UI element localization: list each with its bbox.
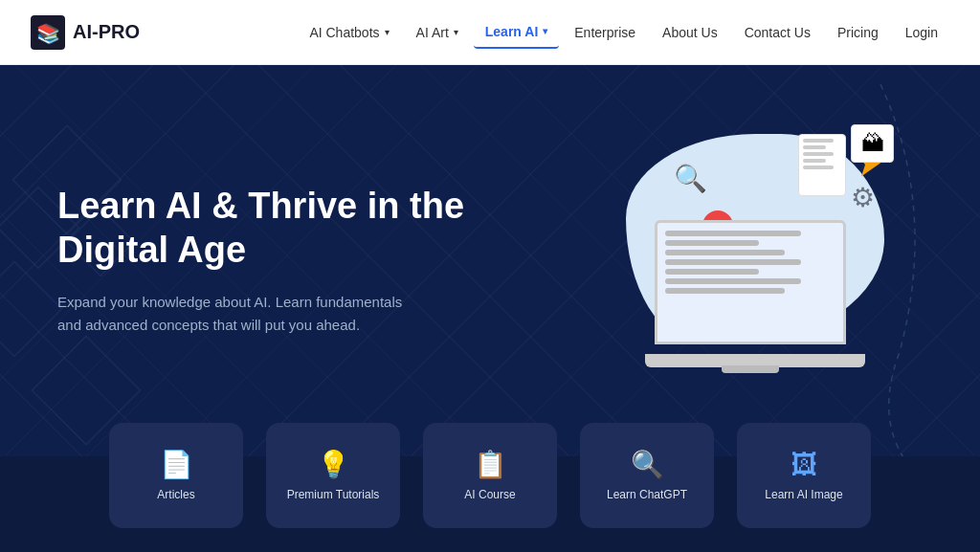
- hero-illustration: ➤ 🏔 🔍 ▶ ⚙: [616, 124, 903, 373]
- card-tutorials-label: Premium Tutorials: [287, 488, 380, 503]
- laptop-stand: [722, 365, 779, 373]
- ai-image-icon: 🖼: [791, 449, 817, 480]
- nav-item-ai-art[interactable]: AI Art ▾: [405, 17, 470, 48]
- card-tutorials[interactable]: 💡 Premium Tutorials: [266, 423, 400, 528]
- cards-section: 📄 Articles 💡 Premium Tutorials 📋 AI Cour…: [0, 456, 980, 552]
- tutorials-icon: 💡: [317, 449, 350, 480]
- nav-item-contact-us[interactable]: Contact Us: [733, 17, 822, 48]
- laptop-illustration: [635, 220, 875, 373]
- card-chatgpt[interactable]: 🔍 Learn ChatGPT: [580, 423, 714, 528]
- card-chatgpt-label: Learn ChatGPT: [607, 488, 687, 503]
- magnifier-icon: 🔍: [674, 163, 707, 194]
- card-articles-label: Articles: [157, 488, 194, 503]
- nav-links: AI Chatbots ▾ AI Art ▾ Learn AI ▾ Enterp…: [298, 16, 949, 49]
- svg-text:📚: 📚: [36, 22, 60, 45]
- hero-section: Learn AI & Thrive in the Digital Age Exp…: [0, 65, 980, 456]
- nav-item-about-us[interactable]: About Us: [651, 17, 729, 48]
- navbar: 📚 AI-PRO AI Chatbots ▾ AI Art ▾ Learn AI…: [0, 0, 980, 65]
- chatgpt-icon: 🔍: [631, 449, 664, 480]
- logo-icon: 📚: [31, 15, 65, 50]
- hero-subtitle: Expand your knowledge about AI. Learn fu…: [57, 291, 421, 337]
- card-course[interactable]: 📋 AI Course: [423, 423, 557, 528]
- card-ai-image-label: Learn AI Image: [765, 488, 842, 503]
- logo[interactable]: 📚 AI-PRO: [31, 15, 140, 50]
- card-course-label: AI Course: [464, 488, 515, 503]
- card-ai-image[interactable]: 🖼 Learn AI Image: [737, 423, 871, 528]
- image-frame-icon: 🏔: [851, 124, 894, 163]
- nav-item-ai-chatbots[interactable]: AI Chatbots ▾: [298, 17, 400, 48]
- nav-item-enterprise[interactable]: Enterprise: [563, 17, 647, 48]
- chevron-icon: ▾: [543, 26, 547, 36]
- svg-rect-5: [0, 262, 61, 357]
- nav-item-login[interactable]: Login: [894, 17, 949, 48]
- course-icon: 📋: [474, 449, 507, 480]
- laptop-screen: [655, 220, 846, 344]
- illustration-container: ➤ 🏔 🔍 ▶ ⚙: [616, 124, 903, 373]
- gear-icon: ⚙: [851, 182, 875, 213]
- chevron-icon: ▾: [454, 27, 458, 37]
- document-icon: [798, 134, 846, 196]
- card-articles[interactable]: 📄 Articles: [109, 423, 243, 528]
- logo-text: AI-PRO: [73, 21, 140, 43]
- nav-item-pricing[interactable]: Pricing: [826, 17, 890, 48]
- hero-title: Learn AI & Thrive in the Digital Age: [57, 185, 536, 272]
- nav-item-learn-ai[interactable]: Learn AI ▾: [474, 16, 560, 49]
- hero-content: Learn AI & Thrive in the Digital Age Exp…: [57, 185, 536, 337]
- chevron-icon: ▾: [385, 27, 390, 37]
- articles-icon: 📄: [160, 449, 193, 480]
